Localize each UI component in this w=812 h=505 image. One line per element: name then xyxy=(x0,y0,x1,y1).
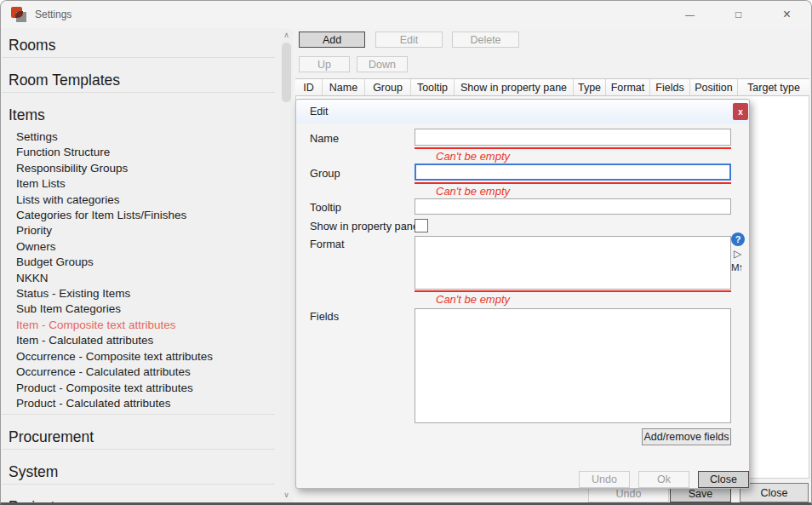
up-button: Up xyxy=(299,56,350,72)
sidebar-item-nkkn[interactable]: NKKN xyxy=(2,271,275,286)
titlebar: Settings — □ × xyxy=(1,1,811,28)
window-title: Settings xyxy=(35,9,71,20)
format-field[interactable] xyxy=(415,236,731,290)
close-settings-button[interactable]: Close xyxy=(740,483,809,502)
edit-dialog-titlebar: Edit x xyxy=(296,100,749,123)
minimize-icon[interactable]: — xyxy=(666,1,714,28)
tooltip-field[interactable] xyxy=(415,198,731,215)
delete-button: Delete xyxy=(452,32,519,48)
column-header-tooltip[interactable]: Tooltip xyxy=(411,79,455,95)
settings-window: Settings — □ × Rooms Room Templates Item… xyxy=(0,0,812,505)
column-header-id[interactable]: ID xyxy=(295,79,323,95)
dialog-close-button[interactable]: Close xyxy=(698,471,749,488)
sidebar-item-sub-item-categories[interactable]: Sub Item Categories xyxy=(2,301,275,317)
dialog-ok-button: Ok xyxy=(638,471,689,488)
sidebar-item-lists-with-categories[interactable]: Lists with categories xyxy=(2,192,275,208)
sidebar-item-responsibility-groups[interactable]: Responsibility Groups xyxy=(2,161,275,176)
sidebar-section-rooms: Rooms xyxy=(2,37,275,58)
column-header-format[interactable]: Format xyxy=(606,79,650,95)
sidebar-section-system: System xyxy=(2,463,275,485)
sidebar-section-procurement: Procurement xyxy=(2,428,275,450)
column-header-position[interactable]: Position xyxy=(690,79,738,95)
name-label: Name xyxy=(310,132,339,145)
column-header-target-type[interactable]: Target type xyxy=(738,79,809,95)
scroll-down-icon[interactable]: ∨ xyxy=(280,491,293,499)
app-logo-icon xyxy=(11,7,26,22)
tooltip-label: Tooltip xyxy=(310,201,341,214)
sidebar-item-owners[interactable]: Owners xyxy=(2,239,275,255)
sidebar-item-occurrence-composite-text-attributes[interactable]: Occurrence - Composite text attributes xyxy=(2,349,275,364)
format-validation-message: Can't be empty xyxy=(436,293,510,306)
group-label: Group xyxy=(310,167,340,180)
sidebar-item-function-structure[interactable]: Function Structure xyxy=(2,145,275,160)
add-button[interactable]: Add xyxy=(299,32,365,48)
sidebar-item-budget-groups[interactable]: Budget Groups xyxy=(2,255,275,270)
attributes-table-header: ID Name Group Tooltip Show in property p… xyxy=(295,78,809,96)
help-icon[interactable]: ? xyxy=(731,232,745,246)
maximize-icon[interactable]: □ xyxy=(714,1,763,28)
column-header-type[interactable]: Type xyxy=(574,79,606,95)
format-error-underline xyxy=(415,290,731,292)
window-controls: — □ × xyxy=(666,1,811,28)
column-header-fields[interactable]: Fields xyxy=(650,79,690,95)
sidebar-item-categories-for-item-lists[interactable]: Categories for Item Lists/Finishes xyxy=(2,208,275,223)
sidebar-item-product-calculated-attributes[interactable]: Product - Calculated attributes xyxy=(2,396,275,411)
sidebar-item-item-composite-text-attributes[interactable]: Item - Composite text attributes xyxy=(2,318,275,333)
sidebar-scrollbar[interactable]: ∧ ∨ xyxy=(280,29,293,502)
items-subsection-list: Settings Function Structure Responsibili… xyxy=(2,127,275,415)
fields-label: Fields xyxy=(310,310,339,323)
column-header-group[interactable]: Group xyxy=(365,79,411,95)
sidebar-item-status-existing-items[interactable]: Status - Existing Items xyxy=(2,286,275,301)
group-validation-message: Can't be empty xyxy=(436,185,510,198)
sidebar-item-occurrence-calculated-attributes[interactable]: Occurrence - Calculated attributes xyxy=(2,364,275,380)
close-window-icon[interactable]: × xyxy=(763,1,811,28)
fields-list-box[interactable] xyxy=(415,308,731,423)
sidebar-item-settings[interactable]: Settings xyxy=(2,129,275,145)
scrollbar-thumb[interactable] xyxy=(282,43,291,102)
sidebar-section-project: Project xyxy=(2,498,275,502)
show-in-property-pane-checkbox[interactable] xyxy=(415,219,428,232)
add-remove-fields-button[interactable]: Add/remove fields xyxy=(642,428,731,445)
column-header-name[interactable]: Name xyxy=(323,79,365,95)
scroll-up-icon[interactable]: ∧ xyxy=(280,31,293,39)
sidebar-section-items: Items xyxy=(2,106,275,127)
sidebar-item-item-lists[interactable]: Item Lists xyxy=(2,176,275,192)
format-label: Format xyxy=(310,238,345,250)
down-button: Down xyxy=(357,56,408,72)
name-field[interactable] xyxy=(415,129,731,146)
name-error-underline xyxy=(415,147,731,149)
name-validation-message: Can't be empty xyxy=(436,150,510,163)
column-header-show-in-property-pane[interactable]: Show in property pane xyxy=(455,79,574,95)
sidebar-section-room-templates: Room Templates xyxy=(2,72,275,93)
dialog-undo-button: Undo xyxy=(579,471,630,488)
show-in-property-pane-label: Show in property pane xyxy=(310,220,419,232)
edit-button: Edit xyxy=(375,32,443,48)
macro-up-icon[interactable]: M↑ xyxy=(731,262,742,273)
edit-dialog-title: Edit xyxy=(310,106,329,118)
group-field[interactable] xyxy=(415,164,731,181)
sidebar-item-product-composite-text-attributes[interactable]: Product - Composite text attributes xyxy=(2,381,275,396)
edit-dialog: Edit x Name Can't be empty Group Can't b… xyxy=(295,99,750,489)
group-error-underline xyxy=(415,182,731,184)
sidebar: Rooms Room Templates Items Settings Func… xyxy=(2,28,280,502)
sidebar-item-item-calculated-attributes[interactable]: Item - Calculated attributes xyxy=(2,333,275,348)
sidebar-item-priority[interactable]: Priority xyxy=(2,223,275,238)
run-format-icon[interactable]: ▷ xyxy=(734,248,741,260)
edit-dialog-close-icon[interactable]: x xyxy=(733,103,748,120)
